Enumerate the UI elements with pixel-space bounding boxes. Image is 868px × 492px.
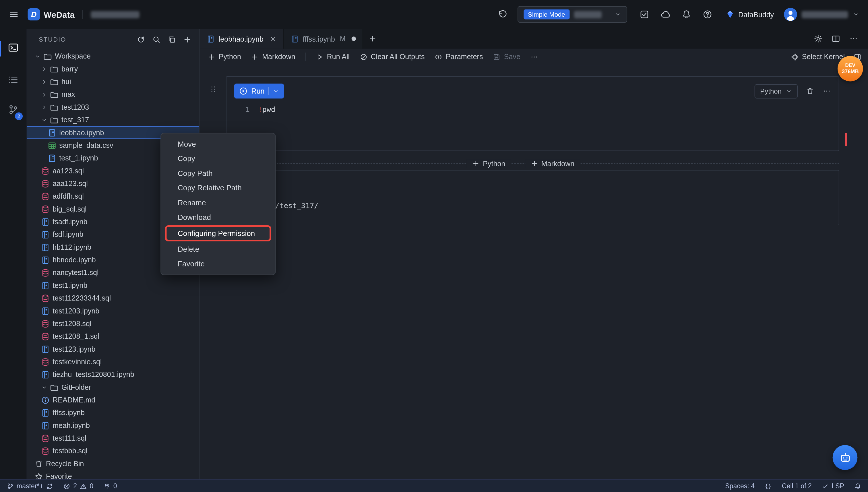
add-markdown-cell-button[interactable]: Markdown: [251, 52, 295, 61]
cell-drag-handle-icon[interactable]: [209, 84, 217, 94]
tree-item-testkevinnie-sql[interactable]: testkevinnie.sql: [27, 355, 199, 368]
run-all-button[interactable]: Run All: [316, 52, 350, 61]
chevron-down-icon[interactable]: [34, 53, 41, 59]
databuddy-button[interactable]: DataBuddy: [726, 10, 774, 19]
ports-indicator[interactable]: 0: [103, 482, 117, 490]
tree-item-tiezhu-tests120801-ipynb[interactable]: tiezhu_tests120801.ipynb: [27, 368, 199, 380]
collapse-folders-icon[interactable]: [168, 35, 176, 43]
context-menu-item-copy[interactable]: Copy: [161, 151, 275, 166]
toolbar-divider: [305, 52, 306, 61]
new-file-icon[interactable]: [183, 35, 192, 43]
notebook-icon: [41, 408, 50, 417]
problems-indicator[interactable]: 2 0: [64, 482, 94, 490]
tree-item-test123-ipynb[interactable]: test123.ipynb: [27, 343, 199, 355]
context-menu-item-configuring-permission[interactable]: Configuring Permission: [165, 225, 271, 241]
settings-gear-icon[interactable]: [814, 34, 823, 43]
activity-outline-button[interactable]: [0, 69, 27, 93]
context-menu-item-download[interactable]: Download: [161, 210, 275, 225]
chevron-right-icon[interactable]: [41, 66, 48, 72]
code-editor[interactable]: 1 !pwd: [226, 105, 839, 114]
cell-language-dropdown[interactable]: Python: [754, 84, 798, 98]
context-menu-item-delete[interactable]: Delete: [161, 242, 275, 256]
tree-item-test-317[interactable]: test_317: [27, 114, 199, 126]
chevron-right-icon[interactable]: [41, 78, 48, 85]
chevron-down-icon[interactable]: [41, 384, 48, 390]
account-chevron-icon[interactable]: [852, 11, 859, 18]
close-icon[interactable]: [270, 35, 277, 42]
toolbar-more-button[interactable]: [530, 53, 538, 60]
dev-memory-badge[interactable]: DEV 376MB: [838, 56, 863, 81]
context-menu-item-favorite[interactable]: Favorite: [161, 256, 275, 271]
notifications-icon[interactable]: [681, 9, 691, 20]
tree-item-test1203[interactable]: test1203: [27, 101, 199, 114]
tree-item-readme-md[interactable]: README.md: [27, 394, 199, 406]
delete-cell-icon[interactable]: [806, 87, 814, 95]
new-tab-button[interactable]: [363, 29, 382, 49]
select-kernel-button[interactable]: Select Kernel: [791, 52, 845, 61]
tree-item-test1-ipynb[interactable]: test1.ipynb: [27, 279, 199, 292]
warning-icon: [80, 483, 87, 490]
run-cell-button[interactable]: Run: [234, 83, 284, 98]
databuddy-floating-button[interactable]: [833, 445, 858, 470]
tree-item-test1203-ipynb[interactable]: test1203.ipynb: [27, 304, 199, 317]
tree-item-test1208-1-sql[interactable]: test1208_1.sql: [27, 330, 199, 342]
tree-item-test112233344-sql[interactable]: test112233344.sql: [27, 292, 199, 304]
app-window: D WeData Simple Mode DataBuddy: [0, 0, 868, 492]
tree-item-barry[interactable]: barry: [27, 63, 199, 75]
plus-icon: [251, 53, 259, 60]
tree-item-meah-ipynb[interactable]: meah.ipynb: [27, 419, 199, 432]
tree-item-recycle-bin[interactable]: Recycle Bin: [27, 457, 199, 470]
add-python-cell-button[interactable]: Python: [207, 52, 241, 61]
save-button[interactable]: Save: [493, 52, 520, 61]
tree-item-test1208-sql[interactable]: test1208.sql: [27, 317, 199, 330]
tree-item-max[interactable]: max: [27, 88, 199, 101]
sync-icon[interactable]: [46, 483, 53, 490]
code-cell[interactable]: Run Python: [226, 76, 839, 151]
context-menu-item-copy-path[interactable]: Copy Path: [161, 166, 275, 181]
tree-item-gitfolder[interactable]: GitFolder: [27, 381, 199, 394]
run-options-chevron-icon[interactable]: [273, 88, 279, 94]
tab-fffss-ipynb[interactable]: fffss.ipynb M: [284, 29, 363, 49]
tasks-icon[interactable]: [639, 9, 649, 20]
refresh-icon[interactable]: [137, 35, 145, 43]
tree-item-testbbb-sql[interactable]: testbbb.sql: [27, 445, 199, 457]
undo-icon[interactable]: [497, 9, 507, 20]
unsaved-dot[interactable]: [352, 36, 356, 41]
search-icon[interactable]: [152, 35, 160, 43]
notebook-icon: [206, 35, 215, 43]
cell-more-icon[interactable]: [823, 87, 831, 95]
clear-all-outputs-button[interactable]: Clear All Outputs: [359, 52, 425, 61]
tree-item-hui[interactable]: hui: [27, 75, 199, 88]
braces-icon[interactable]: [765, 483, 772, 490]
split-editor-icon[interactable]: [832, 34, 840, 43]
cloud-icon[interactable]: [660, 9, 670, 20]
indent-indicator[interactable]: Spaces: 4: [725, 482, 754, 490]
insert-python-button[interactable]: Python: [467, 159, 511, 167]
tree-item-workspace[interactable]: Workspace: [27, 50, 199, 63]
git-branch-indicator[interactable]: master*+: [7, 482, 53, 490]
activity-source-control-button[interactable]: 2: [0, 98, 27, 123]
parameters-button[interactable]: Parameters: [435, 52, 483, 61]
tab-label: leobhao.ipynb: [219, 35, 264, 43]
menu-icon[interactable]: [9, 9, 19, 20]
context-menu-item-copy-relative-path[interactable]: Copy Relative Path: [161, 181, 275, 195]
chevron-right-icon[interactable]: [41, 104, 48, 110]
user-avatar[interactable]: [784, 8, 797, 21]
more-actions-icon[interactable]: [849, 34, 858, 43]
notifications-bell-icon[interactable]: [854, 483, 861, 490]
lsp-indicator[interactable]: LSP: [822, 482, 844, 490]
tree-item-fffss-ipynb[interactable]: fffss.ipynb: [27, 407, 199, 419]
context-menu-item-rename[interactable]: Rename: [161, 195, 275, 210]
tree-item-favorite[interactable]: Favorite: [27, 470, 199, 479]
activity-terminal-button[interactable]: [0, 36, 27, 61]
insert-markdown-button[interactable]: Markdown: [525, 159, 580, 167]
mode-selector-dropdown[interactable]: Simple Mode: [518, 6, 627, 23]
chevron-down-icon[interactable]: [41, 117, 48, 123]
clear-outputs-icon: [359, 53, 367, 60]
context-menu-item-move[interactable]: Move: [161, 137, 275, 151]
tree-item-test111-sql[interactable]: test111.sql: [27, 432, 199, 444]
tab-leobhao-ipynb[interactable]: leobhao.ipynb: [200, 29, 284, 49]
chevron-right-icon[interactable]: [41, 91, 48, 98]
cell-position-indicator[interactable]: Cell 1 of 2: [782, 482, 812, 490]
help-icon[interactable]: [702, 9, 713, 20]
